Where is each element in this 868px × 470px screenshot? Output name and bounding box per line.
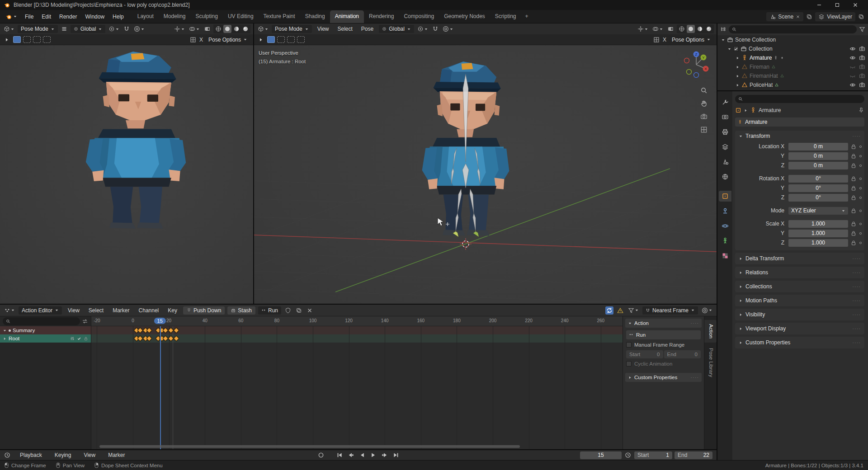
- end-frame-field[interactable]: End 0: [664, 350, 701, 358]
- animate-dot[interactable]: [859, 178, 862, 180]
- end-frame-field[interactable]: End 22: [675, 451, 712, 459]
- mesh-data-icon[interactable]: [780, 74, 784, 78]
- properties-tab-render[interactable]: [719, 112, 731, 122]
- select-mode-extend[interactable]: [23, 36, 31, 43]
- menu-key[interactable]: Key: [165, 306, 180, 315]
- zoom-icon[interactable]: [700, 87, 708, 94]
- menu-marker[interactable]: Marker: [105, 451, 128, 459]
- outliner-row-fireman[interactable]: Fireman: [717, 62, 868, 71]
- panel-visibility[interactable]: Visibility: [735, 309, 864, 320]
- mode-options-button[interactable]: [60, 25, 68, 33]
- stash-button[interactable]: Stash: [227, 306, 255, 315]
- custom-properties-panel-header[interactable]: Custom Properties: [625, 373, 702, 382]
- filter-button[interactable]: [627, 306, 640, 315]
- pose-options-dropdown[interactable]: Pose Options: [205, 36, 250, 44]
- rotation-z-field[interactable]: 0°: [788, 194, 848, 202]
- view-layer-selector[interactable]: ViewLayer: [815, 12, 855, 21]
- tab-scripting[interactable]: Scripting: [490, 10, 521, 23]
- jump-to-start-button[interactable]: [335, 451, 344, 459]
- filter-funnel-icon[interactable]: [859, 26, 865, 33]
- animate-dot[interactable]: [859, 210, 862, 212]
- render-visibility-icon[interactable]: [859, 64, 865, 70]
- properties-tab-data[interactable]: [719, 235, 731, 246]
- tab-layout[interactable]: Layout: [132, 10, 159, 23]
- jump-to-end-button[interactable]: [392, 451, 400, 459]
- scale-y-field[interactable]: 1.000: [788, 230, 848, 237]
- animate-dot[interactable]: [859, 232, 862, 235]
- menu-view[interactable]: View: [314, 25, 332, 33]
- shading-wireframe-button[interactable]: [214, 25, 222, 33]
- properties-tab-physics[interactable]: [719, 221, 731, 231]
- tab-geometry-nodes[interactable]: Geometry Nodes: [439, 10, 490, 23]
- shading-material-button[interactable]: [696, 25, 704, 33]
- pan-hand-icon[interactable]: [700, 100, 708, 107]
- camera-view-icon[interactable]: [700, 113, 708, 120]
- snap-toggle-button[interactable]: [123, 25, 131, 33]
- panel-delta-transform[interactable]: Delta Transform: [735, 253, 864, 264]
- eye-icon[interactable]: [849, 55, 856, 61]
- mode-dropdown[interactable]: Pose Mode: [272, 25, 312, 33]
- tool-fallback-button[interactable]: [3, 36, 11, 44]
- lock-icon[interactable]: [850, 153, 857, 159]
- select-mode-extend[interactable]: [277, 36, 285, 43]
- orientation-dropdown[interactable]: Global: [379, 25, 414, 33]
- animate-dot[interactable]: [859, 197, 862, 199]
- outliner-row-policehat[interactable]: PoliceHat: [717, 80, 868, 89]
- outliner-row-firemanhat[interactable]: FiremanHat: [717, 71, 868, 80]
- mirror-x-label[interactable]: X: [199, 37, 203, 43]
- proportional-edit-button[interactable]: [133, 25, 146, 33]
- mode-dropdown[interactable]: Pose Mode: [18, 25, 58, 33]
- lock-icon[interactable]: [850, 162, 857, 169]
- action-id-field[interactable]: Run: [626, 330, 701, 339]
- tab-sculpting[interactable]: Sculpting: [191, 10, 223, 23]
- menu-edit[interactable]: Edit: [38, 12, 55, 22]
- menu-help[interactable]: Help: [108, 12, 128, 22]
- menu-view[interactable]: View: [65, 306, 83, 315]
- animate-dot[interactable]: [859, 242, 862, 244]
- scale-z-field[interactable]: 1.000: [788, 239, 848, 247]
- xray-button[interactable]: [666, 25, 675, 33]
- next-keyframe-button[interactable]: [381, 451, 389, 459]
- add-workspace-button[interactable]: +: [521, 10, 533, 23]
- shading-rendered-button[interactable]: [241, 25, 250, 33]
- snap-grid-button[interactable]: [652, 36, 660, 44]
- start-frame-field[interactable]: Start 0: [626, 350, 663, 358]
- editor-type-button[interactable]: [257, 25, 269, 33]
- tab-action[interactable]: Action: [704, 320, 717, 343]
- lock-icon[interactable]: [850, 143, 857, 150]
- pose-options-dropdown[interactable]: Pose Options: [669, 36, 714, 44]
- tab-rendering[interactable]: Rendering: [364, 10, 399, 23]
- preview-range-button[interactable]: [624, 451, 632, 459]
- collection-checkbox[interactable]: [733, 46, 739, 52]
- menu-file[interactable]: File: [21, 12, 38, 22]
- sliders-icon[interactable]: [70, 336, 75, 341]
- close-button[interactable]: [846, 0, 864, 10]
- menu-marker[interactable]: Marker: [109, 306, 132, 315]
- snap-mode-dropdown[interactable]: Nearest Frame: [642, 306, 698, 315]
- dope-sheet-canvas[interactable]: -200204060801001201401601802002202402601…: [91, 316, 623, 449]
- tab-modeling[interactable]: Modeling: [159, 10, 191, 23]
- lock-icon[interactable]: [850, 207, 857, 214]
- lock-icon[interactable]: [850, 185, 857, 191]
- render-visibility-icon[interactable]: [859, 55, 865, 61]
- scrollbar-thumb[interactable]: [99, 445, 520, 448]
- scale-x-field[interactable]: 1.000: [788, 220, 848, 228]
- play-reverse-button[interactable]: [358, 451, 366, 459]
- editor-type-button[interactable]: [3, 25, 15, 33]
- overlays-button[interactable]: [651, 25, 664, 33]
- eye-closed-icon[interactable]: [849, 73, 856, 79]
- menu-window[interactable]: Window: [81, 12, 108, 22]
- location-x-field[interactable]: 0 m: [788, 143, 848, 150]
- tab-animation[interactable]: Animation: [330, 10, 364, 23]
- pin-icon[interactable]: [858, 107, 864, 113]
- panel-custom-properties[interactable]: Custom Properties: [735, 337, 864, 348]
- eye-icon[interactable]: [849, 82, 856, 88]
- snap-grid-button[interactable]: [189, 36, 197, 44]
- render-visibility-icon[interactable]: [859, 46, 865, 52]
- menu-pose[interactable]: Pose: [358, 25, 377, 33]
- proportional-edit-button[interactable]: [701, 306, 713, 315]
- play-button[interactable]: [369, 451, 377, 459]
- cyclic-animation-checkbox[interactable]: [626, 361, 632, 367]
- app-menu-button[interactable]: [2, 10, 21, 23]
- lock-icon[interactable]: [850, 240, 857, 246]
